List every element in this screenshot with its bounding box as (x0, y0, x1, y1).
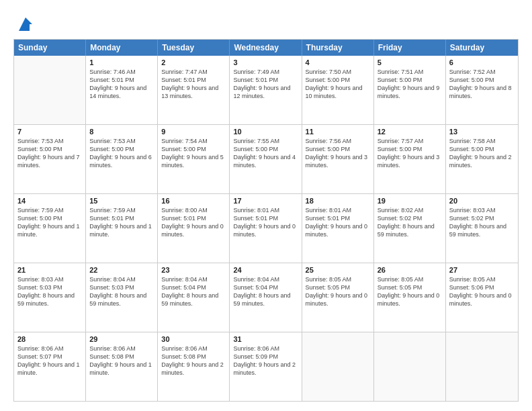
calendar-header: SundayMondayTuesdayWednesdayThursdayFrid… (14, 40, 518, 56)
day-number: 29 (89, 335, 154, 343)
day-cell-7: 7Sunrise: 7:53 AMSunset: 5:00 PMDaylight… (14, 125, 86, 193)
day-number: 30 (161, 335, 226, 343)
calendar: SundayMondayTuesdayWednesdayThursdayFrid… (13, 39, 519, 402)
day-number: 18 (306, 197, 370, 205)
day-cell-20: 20Sunrise: 8:03 AMSunset: 5:02 PMDayligh… (446, 194, 518, 263)
day-info: Sunrise: 7:50 AMSunset: 5:00 PMDaylight:… (306, 68, 370, 101)
day-number: 10 (233, 128, 298, 136)
day-info: Sunrise: 8:04 AMSunset: 5:04 PMDaylight:… (161, 275, 226, 308)
day-number: 2 (161, 58, 226, 66)
day-cell-25: 25Sunrise: 8:05 AMSunset: 5:05 PMDayligh… (302, 263, 374, 332)
day-cell-4: 4Sunrise: 7:50 AMSunset: 5:00 PMDaylight… (302, 56, 374, 124)
day-cell-24: 24Sunrise: 8:04 AMSunset: 5:04 PMDayligh… (230, 263, 302, 332)
day-number: 9 (161, 128, 226, 136)
day-header-friday: Friday (374, 40, 446, 56)
day-number: 31 (233, 335, 298, 343)
calendar-row-1: 1Sunrise: 7:46 AMSunset: 5:01 PMDaylight… (14, 56, 518, 124)
day-info: Sunrise: 7:53 AMSunset: 5:00 PMDaylight:… (89, 137, 154, 170)
day-number: 17 (233, 197, 298, 205)
day-number: 22 (89, 266, 154, 274)
day-number: 13 (449, 128, 515, 136)
day-info: Sunrise: 8:06 AMSunset: 5:07 PMDaylight:… (17, 345, 82, 377)
day-number: 28 (17, 335, 82, 343)
day-cell-31: 31Sunrise: 8:06 AMSunset: 5:09 PMDayligh… (230, 332, 302, 401)
day-info: Sunrise: 7:47 AMSunset: 5:01 PMDaylight:… (161, 68, 226, 101)
day-info: Sunrise: 7:57 AMSunset: 5:00 PMDaylight:… (378, 137, 442, 170)
day-number: 26 (378, 266, 442, 274)
day-info: Sunrise: 7:49 AMSunset: 5:01 PMDaylight:… (233, 68, 298, 101)
day-number: 7 (17, 128, 82, 136)
day-cell-19: 19Sunrise: 8:02 AMSunset: 5:02 PMDayligh… (374, 194, 446, 263)
day-number: 21 (17, 266, 82, 274)
day-cell-28: 28Sunrise: 8:06 AMSunset: 5:07 PMDayligh… (14, 332, 86, 401)
day-number: 27 (449, 266, 515, 274)
day-cell-2: 2Sunrise: 7:47 AMSunset: 5:01 PMDaylight… (158, 56, 230, 124)
day-number: 25 (306, 266, 370, 274)
day-number: 20 (449, 197, 515, 205)
day-number: 5 (378, 58, 442, 66)
day-number: 23 (161, 266, 226, 274)
day-info: Sunrise: 8:05 AMSunset: 5:05 PMDaylight:… (306, 275, 370, 308)
day-info: Sunrise: 7:52 AMSunset: 5:00 PMDaylight:… (449, 68, 515, 101)
page: SundayMondayTuesdayWednesdayThursdayFrid… (0, 0, 532, 411)
day-number: 14 (17, 197, 82, 205)
day-info: Sunrise: 7:46 AMSunset: 5:01 PMDaylight:… (89, 68, 154, 101)
day-number: 16 (161, 197, 226, 205)
logo-icon (16, 15, 35, 34)
day-number: 15 (89, 197, 154, 205)
day-info: Sunrise: 8:01 AMSunset: 5:01 PMDaylight:… (306, 206, 370, 239)
day-info: Sunrise: 8:01 AMSunset: 5:01 PMDaylight:… (233, 206, 298, 239)
day-info: Sunrise: 7:56 AMSunset: 5:00 PMDaylight:… (306, 137, 370, 170)
day-info: Sunrise: 8:03 AMSunset: 5:02 PMDaylight:… (449, 206, 515, 239)
day-cell-29: 29Sunrise: 8:06 AMSunset: 5:08 PMDayligh… (86, 332, 158, 401)
day-info: Sunrise: 7:59 AMSunset: 5:00 PMDaylight:… (17, 206, 82, 239)
day-cell-26: 26Sunrise: 8:05 AMSunset: 5:05 PMDayligh… (374, 263, 446, 332)
day-info: Sunrise: 8:05 AMSunset: 5:05 PMDaylight:… (378, 275, 442, 308)
day-info: Sunrise: 8:04 AMSunset: 5:04 PMDaylight:… (233, 275, 298, 308)
day-cell-5: 5Sunrise: 7:51 AMSunset: 5:00 PMDaylight… (374, 56, 446, 124)
day-info: Sunrise: 7:58 AMSunset: 5:00 PMDaylight:… (449, 137, 515, 170)
day-number: 1 (89, 58, 154, 66)
day-cell-12: 12Sunrise: 7:57 AMSunset: 5:00 PMDayligh… (374, 125, 446, 193)
day-header-monday: Monday (86, 40, 158, 56)
day-cell-9: 9Sunrise: 7:54 AMSunset: 5:00 PMDaylight… (158, 125, 230, 193)
day-info: Sunrise: 8:06 AMSunset: 5:08 PMDaylight:… (89, 345, 154, 377)
day-info: Sunrise: 8:02 AMSunset: 5:02 PMDaylight:… (378, 206, 442, 239)
day-info: Sunrise: 8:04 AMSunset: 5:03 PMDaylight:… (89, 275, 154, 308)
day-header-wednesday: Wednesday (230, 40, 302, 56)
day-header-tuesday: Tuesday (158, 40, 230, 56)
calendar-row-4: 21Sunrise: 8:03 AMSunset: 5:03 PMDayligh… (14, 263, 518, 332)
day-cell-14: 14Sunrise: 7:59 AMSunset: 5:00 PMDayligh… (14, 194, 86, 263)
day-number: 12 (378, 128, 442, 136)
day-cell-13: 13Sunrise: 7:58 AMSunset: 5:00 PMDayligh… (446, 125, 518, 193)
day-cell-18: 18Sunrise: 8:01 AMSunset: 5:01 PMDayligh… (302, 194, 374, 263)
header (13, 12, 519, 34)
day-info: Sunrise: 8:06 AMSunset: 5:09 PMDaylight:… (233, 345, 298, 377)
day-cell-3: 3Sunrise: 7:49 AMSunset: 5:01 PMDaylight… (230, 56, 302, 124)
day-header-sunday: Sunday (14, 40, 86, 56)
day-number: 6 (449, 58, 515, 66)
day-info: Sunrise: 7:55 AMSunset: 5:00 PMDaylight:… (233, 137, 298, 170)
day-cell-27: 27Sunrise: 8:05 AMSunset: 5:06 PMDayligh… (446, 263, 518, 332)
day-number: 8 (89, 128, 154, 136)
empty-cell (446, 332, 518, 401)
day-info: Sunrise: 7:51 AMSunset: 5:00 PMDaylight:… (378, 68, 442, 101)
day-cell-16: 16Sunrise: 8:00 AMSunset: 5:01 PMDayligh… (158, 194, 230, 263)
day-cell-21: 21Sunrise: 8:03 AMSunset: 5:03 PMDayligh… (14, 263, 86, 332)
day-cell-6: 6Sunrise: 7:52 AMSunset: 5:00 PMDaylight… (446, 56, 518, 124)
day-cell-30: 30Sunrise: 8:06 AMSunset: 5:08 PMDayligh… (158, 332, 230, 401)
day-number: 24 (233, 266, 298, 274)
calendar-row-2: 7Sunrise: 7:53 AMSunset: 5:00 PMDaylight… (14, 124, 518, 193)
day-cell-1: 1Sunrise: 7:46 AMSunset: 5:01 PMDaylight… (86, 56, 158, 124)
day-cell-17: 17Sunrise: 8:01 AMSunset: 5:01 PMDayligh… (230, 194, 302, 263)
day-header-thursday: Thursday (302, 40, 374, 56)
logo (13, 15, 35, 34)
day-cell-11: 11Sunrise: 7:56 AMSunset: 5:00 PMDayligh… (302, 125, 374, 193)
calendar-row-5: 28Sunrise: 8:06 AMSunset: 5:07 PMDayligh… (14, 332, 518, 401)
empty-cell (374, 332, 446, 401)
svg-marker-0 (19, 17, 32, 31)
calendar-body: 1Sunrise: 7:46 AMSunset: 5:01 PMDaylight… (14, 56, 518, 401)
day-number: 11 (306, 128, 370, 136)
day-info: Sunrise: 7:53 AMSunset: 5:00 PMDaylight:… (17, 137, 82, 170)
day-cell-22: 22Sunrise: 8:04 AMSunset: 5:03 PMDayligh… (86, 263, 158, 332)
